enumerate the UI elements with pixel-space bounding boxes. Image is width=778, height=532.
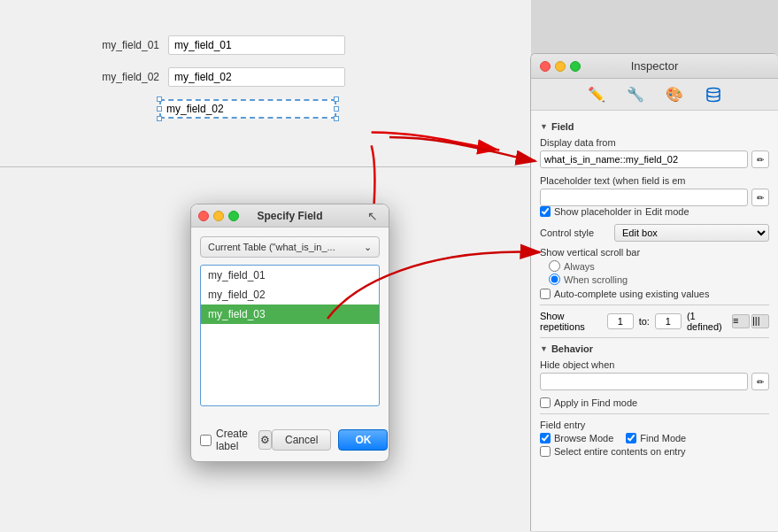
rep-btn-rows[interactable]: ≡ xyxy=(732,314,750,328)
display-data-label: Display data from xyxy=(540,137,769,148)
field-row-2: my_field_02 xyxy=(89,67,496,87)
scroll-radio-group: Always When scrolling xyxy=(549,260,769,285)
zoom-btn[interactable] xyxy=(570,61,581,72)
inspector-titlebar: Inspector xyxy=(531,54,778,79)
find-mode-label: Find Mode xyxy=(640,433,686,443)
auto-complete-checkbox[interactable] xyxy=(540,289,551,299)
svg-point-2 xyxy=(707,88,720,92)
table-selector[interactable]: Current Table ("what_is_in_... ⌄ xyxy=(200,236,380,258)
rep-buttons: ≡ ||| xyxy=(732,314,769,328)
hide-object-input[interactable] xyxy=(540,373,748,390)
dialog-body: Current Table ("what_is_in_... ⌄ my_fiel… xyxy=(191,227,389,422)
close-btn[interactable] xyxy=(540,61,551,72)
handle-tl xyxy=(157,96,162,102)
handle-mr xyxy=(334,106,339,112)
display-data-group: Display data from ✏ xyxy=(540,137,769,168)
placeholder-row: ✏ xyxy=(540,189,769,206)
field-input-1[interactable] xyxy=(168,35,345,55)
create-label-row: Create label ⚙ xyxy=(200,428,272,452)
rep-btn-cols[interactable]: ||| xyxy=(751,314,769,328)
show-placeholder-checkbox[interactable] xyxy=(540,206,551,217)
dialog-traffic-lights xyxy=(198,211,239,221)
table-selector-text: Current Table ("what_is_in_... xyxy=(208,242,335,252)
dialog-cursor: ↖ xyxy=(367,209,378,223)
dialog-footer: Create label ⚙ Cancel OK xyxy=(191,422,389,461)
field-section-header: ▼ Field xyxy=(540,121,769,132)
dialog-minimize-btn[interactable] xyxy=(213,211,224,221)
separator xyxy=(0,166,531,167)
find-mode-checkbox[interactable] xyxy=(626,433,636,443)
label-settings-btn[interactable]: ⚙ xyxy=(258,430,272,450)
hide-object-row: ✏ xyxy=(540,373,769,390)
field-input-selected[interactable] xyxy=(159,99,336,119)
divider-2 xyxy=(540,337,769,338)
field-entry-label: Field entry xyxy=(540,420,769,430)
cancel-button[interactable]: Cancel xyxy=(272,429,331,451)
field-label-1: my_field_01 xyxy=(89,39,159,51)
rep-to-label: to: xyxy=(639,316,650,327)
show-placeholder-row: Show placeholder in Edit mode xyxy=(540,206,769,217)
field-label-2: my_field_02 xyxy=(89,71,159,83)
behavior-triangle: ▼ xyxy=(540,344,548,353)
inspector-title: Inspector xyxy=(631,59,678,73)
always-label: Always xyxy=(564,261,595,272)
specify-field-dialog: Specify Field ↖ Current Table ("what_is_… xyxy=(190,204,389,462)
field-input-2[interactable] xyxy=(168,67,345,87)
divider-3 xyxy=(540,413,769,414)
control-style-select[interactable]: Edit box xyxy=(614,224,769,242)
apply-find-checkbox[interactable] xyxy=(540,397,551,408)
inspector-toolbar: ✏️ 🔧 🎨 xyxy=(531,79,778,111)
create-label-text: Create label xyxy=(216,428,254,452)
when-scrolling-radio[interactable] xyxy=(549,274,560,285)
select-contents-row: Select entire contents on entry xyxy=(540,446,769,457)
rep-from-input[interactable] xyxy=(607,313,634,329)
ok-button[interactable]: OK xyxy=(338,429,388,451)
toolbar-icon-database[interactable] xyxy=(703,84,724,105)
toolbar-icon-wrench[interactable]: 🔧 xyxy=(625,84,646,105)
toolbar-icon-pencil[interactable]: ✏️ xyxy=(586,84,607,105)
auto-complete-row: Auto-complete using existing values xyxy=(540,289,769,299)
dialog-zoom-btn[interactable] xyxy=(228,211,239,221)
browse-mode-checkbox[interactable] xyxy=(540,433,551,443)
placeholder-edit-btn[interactable]: ✏ xyxy=(751,189,769,206)
browse-mode-row: Browse Mode Find Mode xyxy=(540,433,769,443)
display-data-edit-btn[interactable]: ✏ xyxy=(751,150,769,168)
handle-br xyxy=(334,116,339,121)
always-radio-row: Always xyxy=(549,260,769,272)
select-contents-label: Select entire contents on entry xyxy=(554,446,686,457)
hide-object-edit-btn[interactable]: ✏ xyxy=(751,373,769,390)
browse-mode-label: Browse Mode xyxy=(554,433,613,443)
placeholder-input[interactable] xyxy=(540,189,748,206)
control-style-row: Control style Edit box xyxy=(540,224,769,242)
selected-field-wrapper xyxy=(159,99,336,119)
scroll-bar-row: Show vertical scroll bar xyxy=(540,247,769,258)
rep-to-input[interactable] xyxy=(655,313,682,329)
apply-find-row: Apply in Find mode xyxy=(540,397,769,408)
display-data-input[interactable] xyxy=(540,150,748,168)
toolbar-icon-palette[interactable]: 🎨 xyxy=(664,84,685,105)
create-label-checkbox[interactable] xyxy=(200,435,212,446)
field-list-item-1[interactable]: my_field_01 xyxy=(201,266,379,285)
inspector-traffic-lights xyxy=(540,61,581,72)
hide-object-group: Hide object when ✏ xyxy=(540,359,769,390)
selected-field-row xyxy=(159,99,496,119)
dialog-title: Specify Field xyxy=(257,210,322,222)
show-placeholder-mode: Edit mode xyxy=(645,206,689,217)
handle-tr xyxy=(334,96,339,102)
inspector-body: ▼ Field Display data from ✏ Placeholder … xyxy=(531,111,778,531)
field-list[interactable]: my_field_01 my_field_02 my_field_03 xyxy=(200,265,380,406)
handle-ml xyxy=(157,106,162,112)
apply-find-label: Apply in Find mode xyxy=(554,397,637,408)
minimize-btn[interactable] xyxy=(555,61,566,72)
dialog-close-btn[interactable] xyxy=(198,211,209,221)
dialog-titlebar: Specify Field ↖ xyxy=(191,204,389,227)
field-list-item-3[interactable]: my_field_03 xyxy=(201,305,379,324)
display-data-row: ✏ xyxy=(540,150,769,168)
field-triangle: ▼ xyxy=(540,122,548,131)
placeholder-label: Placeholder text (when field is em xyxy=(540,175,769,186)
placeholder-group: Placeholder text (when field is em ✏ Sho… xyxy=(540,175,769,217)
field-list-item-2[interactable]: my_field_02 xyxy=(201,285,379,305)
always-radio[interactable] xyxy=(549,260,560,272)
table-selector-arrow: ⌄ xyxy=(364,242,372,253)
select-contents-checkbox[interactable] xyxy=(540,446,551,457)
